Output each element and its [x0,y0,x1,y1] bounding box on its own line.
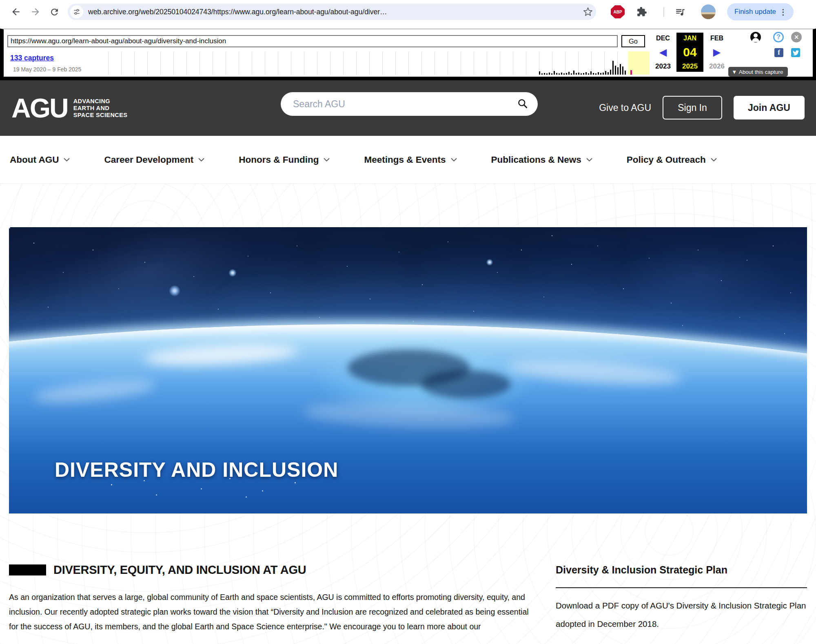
year-current: 2025 [676,61,703,72]
media-controls-icon[interactable] [674,6,686,18]
finish-update-label: Finish update [734,8,776,16]
month-prev[interactable]: DEC [650,33,676,44]
about-capture-label: About this capture [739,69,783,75]
address-bar[interactable]: web.archive.org/web/20250104024743/https… [68,4,596,20]
intro-paragraph: As an organization that serves a large, … [9,590,546,634]
section-heading-row: DIVERSITY, EQUITY, AND INCLUSION AT AGU [9,563,546,577]
year-prev[interactable]: 2023 [650,61,676,72]
sidebar-heading: Diversity & Inclusion Strategic Plan [556,564,807,576]
wayback-help-icon[interactable]: ? [773,32,784,42]
toolbar-divider [663,7,664,17]
finish-update-button[interactable]: Finish update ⋮ [727,3,794,20]
city-lights [9,227,10,228]
nav-policy-outreach[interactable]: Policy & Outreach [627,155,717,165]
prev-capture-arrow-icon[interactable]: ◀ [659,46,667,58]
browser-toolbar: web.archive.org/web/20250104024743/https… [0,0,816,24]
wayback-close-icon[interactable]: ✕ [791,32,802,42]
browser-menu-icon[interactable]: ⋮ [776,7,790,17]
capture-date-range: 19 May 2020 – 9 Feb 2025 [13,66,81,73]
hero-banner-image: DIVERSITY AND INCLUSION [9,227,807,513]
nav-career-development[interactable]: Career Development [104,155,204,165]
expand-triangle-icon: ▼ [733,70,736,74]
chevron-down-icon [64,158,70,162]
about-this-capture[interactable]: ▼ About this capture [728,67,788,77]
wayback-toolbar: Go 133 captures 19 May 2020 – 9 Feb 2025… [0,29,816,80]
chevron-down-icon [586,158,592,162]
chevron-down-icon [711,158,717,162]
bright-star [486,259,493,266]
month-next[interactable]: FEB [703,33,730,44]
agu-site-header: AGU ADVANCING EARTH AND SPACE SCIENCES G… [0,80,816,136]
heading-accent-bar [9,564,46,575]
reload-icon[interactable] [48,6,60,18]
search-input[interactable] [293,99,517,110]
sign-in-button[interactable]: Sign In [663,96,722,120]
agu-logo-tagline: ADVANCING EARTH AND SPACE SCIENCES [73,98,128,119]
agu-logo-text: AGU [11,95,68,122]
wayback-go-button[interactable]: Go [621,35,645,47]
capture-histogram[interactable] [539,51,628,75]
content-columns: DIVERSITY, EQUITY, AND INCLUSION AT AGU … [0,563,816,634]
nav-meetings-events[interactable]: Meetings & Events [364,155,457,165]
sidebar-column: Diversity & Inclusion Strategic Plan Dow… [556,563,807,634]
nav-honors-funding[interactable]: Honors & Funding [239,155,330,165]
nav-about-agu[interactable]: About AGU [10,155,70,165]
site-info-icon[interactable] [70,5,83,18]
page-content: DIVERSITY AND INCLUSION DIVERSITY, EQUIT… [0,184,816,644]
sidebar-text: Download a PDF copy of AGU's Diversity &… [556,596,807,633]
nav-publications-news[interactable]: Publications & News [491,155,592,165]
nebula-decoration [31,227,264,338]
site-search [281,92,538,116]
url-text: web.archive.org/web/20250104024743/https… [88,8,580,16]
facebook-share-icon[interactable]: f [774,48,783,57]
extensions-puzzle-icon[interactable] [636,6,648,18]
primary-nav: About AGU Career Development Honors & Fu… [0,136,816,184]
next-capture-arrow-icon[interactable]: ▶ [713,46,721,58]
nebula-decoration [613,243,788,313]
captures-link[interactable]: 133 captures [10,54,54,62]
bright-star [169,285,180,297]
hero-title: DIVERSITY AND INCLUSION [55,458,338,482]
twitter-share-icon[interactable] [791,48,800,57]
search-icon[interactable] [517,98,528,111]
chevron-down-icon [198,158,204,162]
chevron-down-icon [451,158,457,162]
adblock-extension-icon[interactable]: ABP [611,5,625,18]
year-next[interactable]: 2026 [703,61,730,72]
section-heading: DIVERSITY, EQUITY, AND INCLUSION AT AGU [53,563,306,577]
sidebar-divider [556,587,807,588]
timeline-selected-marker [630,70,632,75]
forward-icon[interactable] [29,6,42,18]
chevron-down-icon [324,158,330,162]
agu-logo[interactable]: AGU ADVANCING EARTH AND SPACE SCIENCES [11,95,127,122]
bright-star [228,269,237,277]
bookmark-star-icon[interactable] [580,4,596,20]
capture-day: 04 [676,44,703,61]
back-icon[interactable] [10,6,22,18]
main-column: DIVERSITY, EQUITY, AND INCLUSION AT AGU … [9,563,546,634]
earth-landmass [421,370,511,398]
wayback-profile-icon[interactable] [750,32,761,42]
wayback-calendar-nav: DEC JAN FEB ◀ 04 ▶ 2023 2025 2026 [650,33,730,72]
give-to-agu-link[interactable]: Give to AGU [599,102,651,113]
header-actions: Give to AGU Sign In Join AGU [599,96,805,120]
join-agu-button[interactable]: Join AGU [734,96,805,120]
month-current: JAN [676,33,703,44]
profile-avatar[interactable] [701,4,716,19]
wayback-url-input[interactable] [7,35,618,47]
